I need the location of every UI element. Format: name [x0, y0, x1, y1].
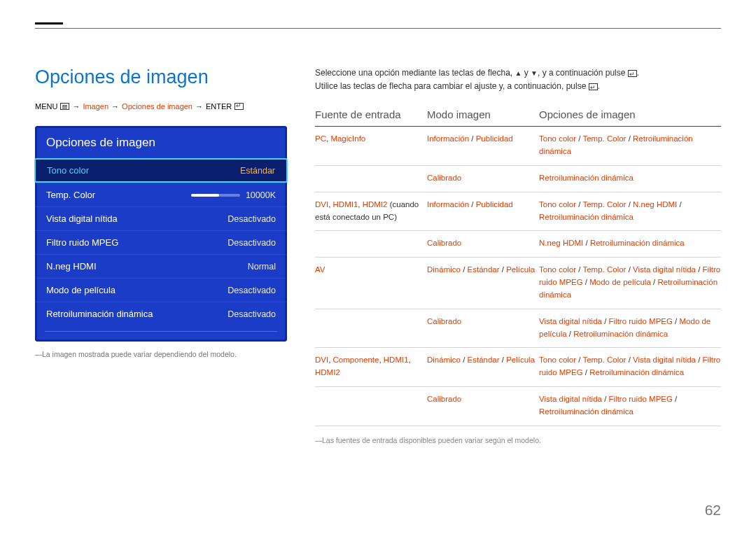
- plain-text: ,: [409, 356, 411, 364]
- highlighted-text: Tono color: [539, 134, 576, 143]
- th-fuente: Fuente de entrada: [315, 108, 427, 120]
- table-cell: [315, 316, 427, 341]
- breadcrumb: MENU → Imagen → Opciones de imagen → ENT…: [35, 102, 287, 111]
- panel-row-label: Vista digital nítida: [46, 213, 118, 224]
- table-cell: Tono color / Temp. Color / Retroiluminac…: [539, 133, 721, 158]
- panel-row[interactable]: Temp. Color10000K: [35, 183, 287, 206]
- panel-row[interactable]: Modo de películaDesactivado: [35, 278, 287, 302]
- table-cell: Información / Publicidad: [427, 199, 539, 224]
- plain-text: /: [500, 356, 507, 364]
- panel-row-label: Filtro ruido MPEG: [46, 237, 118, 248]
- plain-text: /: [567, 330, 574, 338]
- highlighted-text: Dinámico: [427, 265, 461, 274]
- breadcrumb-enter: ENTER: [206, 102, 232, 111]
- enter-icon: [234, 103, 244, 110]
- plain-text: /: [583, 278, 590, 286]
- th-opciones: Opciones de imagen: [539, 108, 721, 120]
- table-row: CalibradoVista digital nítida / Filtro r…: [315, 309, 721, 349]
- highlighted-text: Filtro ruido MPEG: [609, 317, 673, 325]
- breadcrumb-menu: MENU: [35, 102, 57, 111]
- table-cell: Retroiluminación dinámica: [539, 172, 721, 185]
- panel-row-value-text: Desactivado: [227, 309, 276, 319]
- table-cell: Vista digital nítida / Filtro ruido MPEG…: [539, 316, 721, 341]
- top-rule: [35, 28, 721, 29]
- plain-text: /: [469, 200, 476, 209]
- highlighted-text: AV: [315, 265, 326, 274]
- table-cell: Tono color / Temp. Color / Vista digital…: [539, 354, 721, 379]
- plain-text: /: [677, 200, 681, 209]
- highlighted-text: Información: [427, 200, 469, 209]
- table-row: CalibradoVista digital nítida / Filtro r…: [315, 387, 721, 426]
- plain-text: /: [626, 200, 633, 209]
- highlighted-text: N.neg HDMI: [633, 200, 677, 209]
- highlighted-text: Retroiluminación dinámica: [539, 213, 634, 221]
- table-cell: Dinámico / Estándar / Película: [427, 354, 539, 379]
- table-cell: Información / Publicidad: [427, 133, 539, 158]
- highlighted-text: Estándar: [468, 356, 500, 364]
- highlighted-text: Película: [506, 356, 535, 364]
- plain-text: /: [673, 317, 680, 325]
- panel-row-label: N.neg HDMI: [46, 261, 97, 272]
- panel-row-value-text: Normal: [248, 262, 276, 272]
- panel-row-value-text: Desactivado: [227, 286, 276, 295]
- highlighted-text: Temp. Color: [582, 134, 626, 143]
- breadcrumb-opciones: Opciones de imagen: [122, 102, 192, 111]
- highlighted-text: Tono color: [539, 265, 576, 274]
- highlighted-text: Calibrado: [427, 317, 461, 325]
- highlighted-text: Información: [427, 134, 469, 143]
- highlighted-text: HDMI1: [384, 356, 409, 364]
- instr2a: Utilice las teclas de flecha para cambia…: [315, 81, 589, 91]
- instr1a: Seleccione una opción mediante las tecla…: [315, 68, 515, 78]
- highlighted-text: HDMI2: [315, 368, 340, 377]
- highlighted-text: Retroiluminación dinámica: [589, 368, 684, 377]
- highlighted-text: Vista digital nítida: [539, 317, 602, 325]
- highlighted-text: Modo de película: [589, 278, 651, 286]
- plain-text: /: [602, 395, 609, 403]
- panel-row-value: Estándar: [240, 166, 275, 176]
- panel-row[interactable]: Filtro ruido MPEGDesactivado: [35, 230, 287, 254]
- highlighted-text: Vista digital nítida: [633, 356, 696, 364]
- arrow-icon: →: [111, 102, 119, 111]
- highlighted-text: Retroiluminación dinámica: [539, 407, 634, 416]
- plain-text: /: [626, 265, 633, 274]
- left-column: Opciones de imagen MENU → Imagen → Opcio…: [35, 66, 287, 444]
- slider[interactable]: [191, 194, 240, 197]
- highlighted-text: Estándar: [468, 265, 500, 274]
- highlighted-text: Calibrado: [427, 395, 461, 403]
- panel-row-label: Temp. Color: [46, 190, 95, 200]
- table-cell: Tono color / Temp. Color / Vista digital…: [539, 264, 721, 301]
- instr1c: , y a continuación pulse: [538, 68, 628, 78]
- plain-text: /: [602, 317, 609, 325]
- panel-row[interactable]: Retroiluminación dinámicaDesactivado: [35, 302, 287, 325]
- image-note: La imagen mostrada puede variar dependie…: [35, 350, 287, 358]
- highlighted-text: Tono color: [539, 200, 576, 209]
- highlighted-text: Temp. Color: [582, 356, 626, 364]
- highlighted-text: Retroiluminación dinámica: [539, 174, 634, 182]
- table-row: DVI, Componente, HDMI1, HDMI2Dinámico / …: [315, 348, 721, 387]
- panel-row-value-text: 10000K: [246, 190, 276, 200]
- plain-text: /: [461, 265, 468, 274]
- panel-row-value-text: Desactivado: [227, 238, 276, 248]
- plain-text: /: [583, 239, 590, 247]
- table-cell: DVI, HDMI1, HDMI2 (cuando está conectado…: [315, 199, 427, 224]
- table-row: AVDinámico / Estándar / PelículaTono col…: [315, 258, 721, 309]
- highlighted-text: Temp. Color: [582, 200, 626, 209]
- highlighted-text: Publicidad: [476, 200, 513, 209]
- highlighted-text: PC: [315, 134, 326, 143]
- panel-row-value-text: Estándar: [240, 166, 275, 176]
- table-cell: Calibrado: [427, 172, 539, 185]
- highlighted-text: Publicidad: [476, 134, 513, 143]
- panel-row-value-text: Desactivado: [227, 214, 276, 224]
- right-column: Seleccione una opción mediante las tecla…: [315, 66, 721, 444]
- plain-text: /: [696, 356, 703, 364]
- table-cell: N.neg HDMI / Retroiluminación dinámica: [539, 237, 721, 250]
- highlighted-text: Retroiluminación dinámica: [573, 330, 668, 338]
- plain-text: /: [500, 265, 507, 274]
- panel-row-value: 10000K: [191, 190, 276, 200]
- panel-row[interactable]: N.neg HDMINormal: [35, 254, 287, 278]
- highlighted-text: Película: [506, 265, 535, 274]
- panel-row[interactable]: Vista digital nítidaDesactivado: [35, 206, 287, 230]
- panel-row[interactable]: Tono colorEstándar: [34, 158, 288, 183]
- highlighted-text: Vista digital nítida: [539, 395, 602, 403]
- panel-row-value: Desactivado: [227, 309, 276, 319]
